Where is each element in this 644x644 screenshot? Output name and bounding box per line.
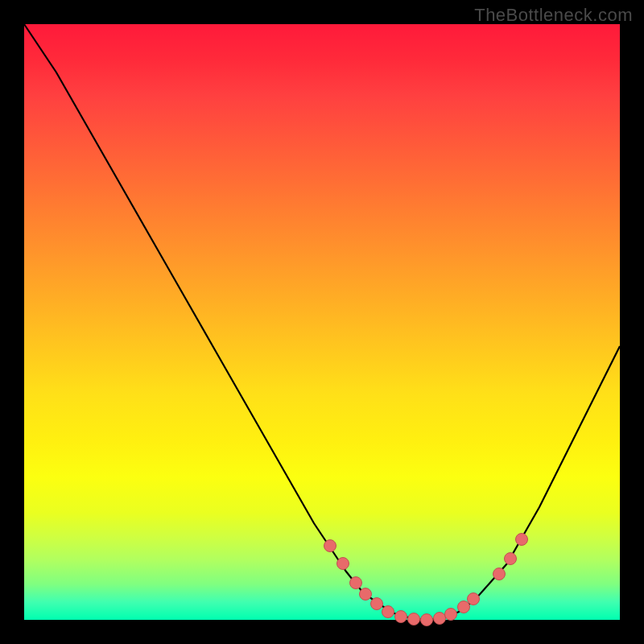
chart-canvas — [24, 24, 620, 620]
curve-marker — [434, 613, 446, 625]
curve-marker — [350, 577, 362, 589]
curve-marker — [421, 614, 433, 626]
curve-marker — [360, 588, 372, 601]
curve-marker — [505, 553, 517, 565]
curve-marker — [493, 568, 506, 580]
curve-marker — [324, 540, 336, 552]
curve-marker — [371, 598, 383, 610]
curve-marker — [395, 611, 407, 623]
curve-marker — [337, 558, 349, 570]
curve-marker — [516, 534, 528, 546]
curve-marker — [458, 601, 470, 613]
curve-marker — [382, 606, 394, 618]
curve-marker — [408, 613, 420, 625]
bottleneck-curve — [24, 24, 620, 620]
curve-marker — [445, 609, 457, 621]
curve-markers — [324, 534, 528, 626]
chart-svg — [24, 24, 620, 620]
watermark-text: TheBottleneck.com — [474, 5, 633, 26]
curve-marker — [468, 593, 480, 605]
